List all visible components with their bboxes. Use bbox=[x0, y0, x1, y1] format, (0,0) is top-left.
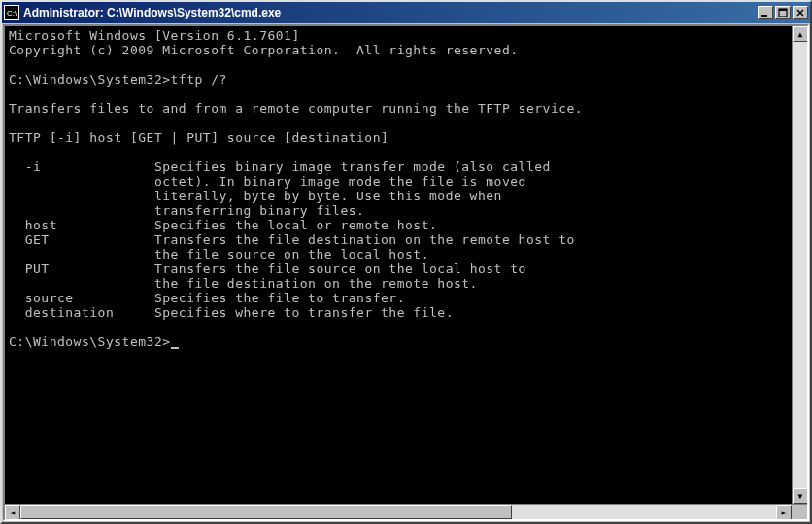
help-intro: Transfers files to and from a remote com… bbox=[9, 101, 583, 116]
opt-get-desc: Transfers the file destination on the re… bbox=[50, 232, 575, 247]
cmd-icon: C:\ bbox=[4, 5, 19, 20]
cursor bbox=[171, 347, 179, 349]
usage-line: TFTP [-i] host [GET | PUT] source [desti… bbox=[9, 130, 389, 145]
opt-i-desc: Specifies binary image transfer mode (al… bbox=[41, 159, 551, 174]
opt-source-desc: Specifies the file to transfer. bbox=[74, 291, 405, 305]
maximize-button[interactable] bbox=[775, 6, 791, 19]
opt-i-desc: literally, byte by byte. Use this mode w… bbox=[9, 189, 502, 203]
terminal-wrapper: Microsoft Windows [Version 6.1.7601] Cop… bbox=[3, 24, 809, 521]
opt-i-desc: octet). In binary image mode the file is… bbox=[9, 174, 526, 189]
prompt: C:\Windows\System32> bbox=[9, 72, 171, 87]
terminal-output[interactable]: Microsoft Windows [Version 6.1.7601] Cop… bbox=[5, 26, 792, 504]
scroll-down-button[interactable]: ▼ bbox=[793, 488, 807, 504]
close-button[interactable] bbox=[793, 6, 808, 19]
prompt: C:\Windows\System32> bbox=[9, 334, 171, 349]
opt-dest-desc: Specifies where to transfer the file. bbox=[114, 305, 454, 320]
opt-i-desc: transferring binary files. bbox=[9, 203, 364, 218]
window-controls bbox=[758, 6, 808, 19]
opt-get-key: GET bbox=[9, 232, 50, 247]
opt-get-desc: the file source on the local host. bbox=[9, 247, 429, 262]
copyright-line: Copyright (c) 2009 Microsoft Corporation… bbox=[9, 43, 519, 57]
opt-put-desc: Transfers the file source on the local h… bbox=[50, 262, 526, 276]
svg-rect-0 bbox=[761, 15, 767, 17]
opt-put-desc: the file destination on the remote host. bbox=[9, 276, 478, 291]
window-title: Administrator: C:\Windows\System32\cmd.e… bbox=[23, 6, 758, 19]
minimize-button[interactable] bbox=[758, 6, 773, 19]
version-line: Microsoft Windows [Version 6.1.7601] bbox=[9, 28, 300, 43]
opt-i-key: -i bbox=[9, 159, 41, 174]
vertical-scrollbar[interactable]: ▲ ▼ bbox=[792, 26, 807, 504]
scroll-thumb-horizontal[interactable] bbox=[20, 505, 512, 519]
opt-put-key: PUT bbox=[9, 262, 50, 276]
horizontal-scrollbar-area: ◄ ► bbox=[5, 504, 807, 519]
cmd-icon-text: C:\ bbox=[7, 9, 17, 17]
svg-rect-2 bbox=[779, 9, 787, 11]
horizontal-scrollbar[interactable]: ◄ ► bbox=[5, 505, 792, 519]
scroll-right-button[interactable]: ► bbox=[776, 505, 792, 520]
titlebar[interactable]: C:\ Administrator: C:\Windows\System32\c… bbox=[2, 2, 810, 23]
scroll-track-vertical[interactable] bbox=[793, 42, 807, 488]
scroll-left-button[interactable]: ◄ bbox=[5, 505, 20, 520]
opt-host-desc: Specifies the local or remote host. bbox=[57, 218, 437, 232]
opt-dest-key: destination bbox=[9, 305, 114, 320]
command-input: tftp /? bbox=[171, 72, 227, 87]
opt-host-key: host bbox=[9, 218, 57, 232]
scroll-track-horizontal[interactable] bbox=[20, 505, 776, 519]
opt-source-key: source bbox=[9, 291, 74, 305]
terminal-area: Microsoft Windows [Version 6.1.7601] Cop… bbox=[5, 26, 807, 504]
cmd-window: C:\ Administrator: C:\Windows\System32\c… bbox=[0, 0, 812, 524]
scroll-up-button[interactable]: ▲ bbox=[793, 26, 807, 42]
resize-grip[interactable] bbox=[792, 505, 807, 520]
